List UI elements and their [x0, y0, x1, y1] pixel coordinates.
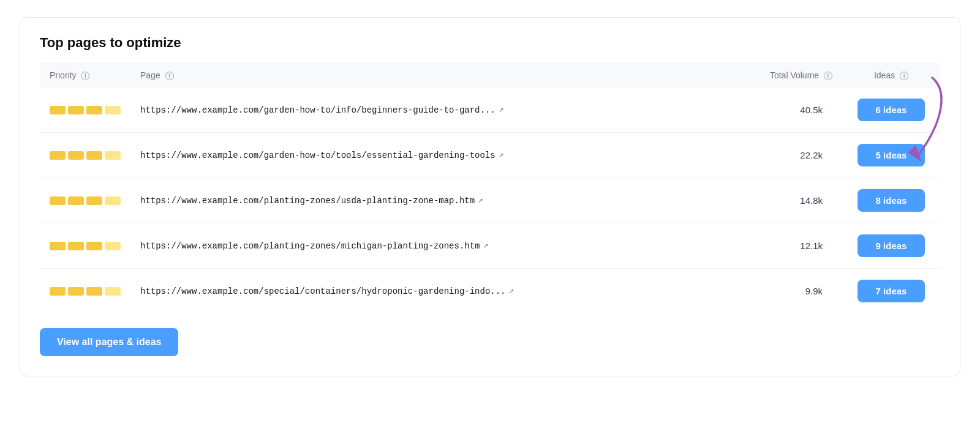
url-cell: https://www.example.com/garden-how-to/in…: [130, 88, 707, 133]
priority-bars: [50, 287, 121, 296]
priority-bar: [68, 151, 84, 160]
external-link-icon[interactable]: ➚: [499, 151, 503, 160]
priority-bar: [105, 196, 121, 205]
priority-bar: [50, 106, 66, 114]
priority-cell: [40, 88, 130, 133]
priority-cell: [40, 269, 130, 314]
url-cell: https://www.example.com/planting-zones/m…: [130, 223, 707, 269]
page-info-icon[interactable]: i: [165, 72, 174, 80]
priority-bar: [50, 151, 66, 160]
priority-bar: [50, 196, 66, 205]
priority-bar: [68, 242, 84, 250]
external-link-icon[interactable]: ➚: [499, 106, 503, 115]
top-pages-card: Top pages to optimize Priority i Page i …: [20, 17, 960, 376]
volume-cell: 12.1k: [707, 223, 842, 269]
priority-bars: [50, 106, 121, 114]
priority-bar: [68, 287, 84, 296]
volume-cell: 9.9k: [707, 269, 842, 314]
ideas-cell: 7 ideas: [842, 269, 940, 314]
table-row: https://www.example.com/garden-how-to/in…: [40, 88, 940, 133]
url-cell: https://www.example.com/planting-zones/u…: [130, 178, 707, 223]
col-header-priority: Priority i: [40, 63, 130, 88]
table-row: https://www.example.com/planting-zones/m…: [40, 223, 940, 269]
priority-bar: [50, 242, 66, 250]
priority-bar: [68, 106, 84, 114]
priority-bar: [105, 287, 121, 296]
priority-info-icon[interactable]: i: [81, 72, 89, 80]
ideas-button[interactable]: 8 ideas: [858, 189, 925, 212]
priority-bar: [105, 106, 121, 114]
ideas-cell: 5 ideas: [842, 133, 940, 178]
priority-bar: [50, 287, 66, 296]
priority-bar: [86, 287, 102, 296]
priority-cell: [40, 223, 130, 269]
priority-bar: [86, 106, 102, 114]
table-header-row: Priority i Page i Total Volume i Ideas i: [40, 63, 940, 88]
priority-bar: [105, 242, 121, 250]
col-header-volume: Total Volume i: [707, 63, 842, 88]
external-link-icon[interactable]: ➚: [510, 287, 514, 296]
pages-table: Priority i Page i Total Volume i Ideas i…: [40, 63, 940, 313]
ideas-cell: 6 ideas: [842, 88, 940, 133]
external-link-icon[interactable]: ➚: [484, 242, 488, 251]
table-row: https://www.example.com/special/containe…: [40, 269, 940, 314]
priority-cell: [40, 133, 130, 178]
volume-cell: 40.5k: [707, 88, 842, 133]
ideas-button[interactable]: 9 ideas: [858, 234, 925, 257]
priority-bar: [105, 151, 121, 160]
priority-bar: [86, 242, 102, 250]
col-header-page: Page i: [130, 63, 707, 88]
ideas-button[interactable]: 5 ideas: [858, 144, 925, 166]
volume-cell: 22.2k: [707, 133, 842, 178]
table-row: https://www.example.com/planting-zones/u…: [40, 178, 940, 223]
table-row: https://www.example.com/garden-how-to/to…: [40, 133, 940, 178]
ideas-button[interactable]: 7 ideas: [858, 280, 925, 302]
ideas-cell: 9 ideas: [842, 223, 940, 269]
priority-bar: [86, 151, 102, 160]
priority-bars: [50, 196, 121, 205]
priority-bars: [50, 242, 121, 250]
volume-cell: 14.8k: [707, 178, 842, 223]
ideas-cell: 8 ideas: [842, 178, 940, 223]
url-cell: https://www.example.com/garden-how-to/to…: [130, 133, 707, 178]
ideas-info-icon[interactable]: i: [900, 72, 908, 80]
priority-bar: [68, 196, 84, 205]
url-cell: https://www.example.com/special/containe…: [130, 269, 707, 314]
ideas-button[interactable]: 6 ideas: [858, 99, 925, 121]
view-all-button[interactable]: View all pages & ideas: [40, 328, 178, 356]
external-link-icon[interactable]: ➚: [478, 196, 483, 206]
priority-bars: [50, 151, 121, 160]
priority-cell: [40, 178, 130, 223]
priority-bar: [86, 196, 102, 205]
col-header-ideas: Ideas i: [842, 63, 940, 88]
card-title: Top pages to optimize: [40, 35, 940, 51]
volume-info-icon[interactable]: i: [824, 72, 832, 80]
